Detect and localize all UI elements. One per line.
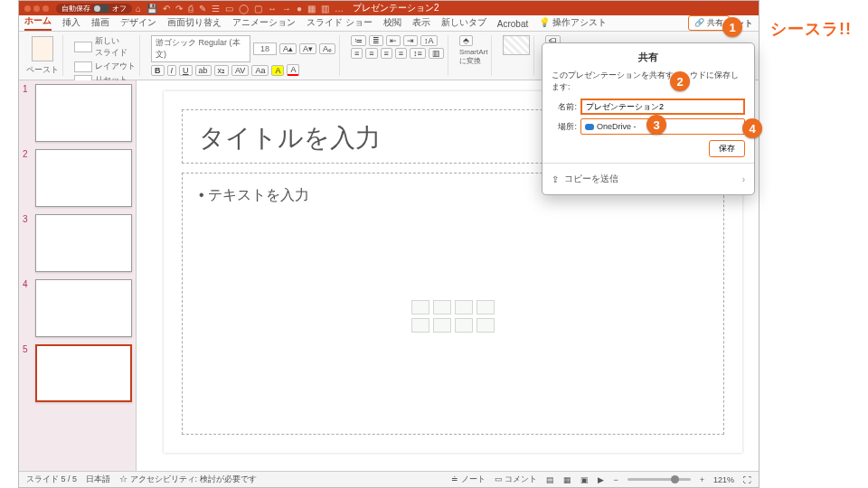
- share-message: このプレゼンテーションを共有す ウドに保存します:: [552, 70, 745, 93]
- thumbnail[interactable]: 2: [23, 149, 132, 207]
- zoom-slider[interactable]: [627, 478, 691, 481]
- undo-icon: ↶: [163, 4, 170, 14]
- ribbon-tabs: ホーム 挿入 描画 デザイン 画面切り替え アニメーション スライド ショー 校…: [19, 15, 759, 32]
- align-center-icon[interactable]: ≡: [365, 48, 377, 59]
- chevron-right-icon: ›: [742, 174, 745, 184]
- annotation-2: 2: [670, 71, 690, 91]
- save-button[interactable]: 保存: [709, 140, 745, 157]
- columns-icon[interactable]: ▥: [429, 48, 444, 59]
- home-icon: ⌂: [136, 4, 141, 14]
- smartart-icon[interactable]: ⬘: [459, 35, 473, 46]
- annotation-4: 4: [742, 118, 762, 138]
- new-slide-icon[interactable]: [74, 42, 92, 52]
- line-space-icon[interactable]: ↕≡: [410, 48, 426, 59]
- font-color-icon[interactable]: A: [287, 64, 299, 76]
- tab-view[interactable]: 表示: [412, 14, 430, 31]
- case-icon[interactable]: Aa: [251, 65, 269, 76]
- clear-format-icon[interactable]: Aᵩ: [319, 43, 335, 54]
- notes-button[interactable]: ≐ ノート: [451, 474, 486, 485]
- autosave-state: オフ: [112, 4, 127, 14]
- toggle-off-icon: [93, 5, 109, 13]
- align-right-icon[interactable]: ≡: [381, 48, 392, 59]
- sub-icon[interactable]: x₂: [214, 65, 230, 76]
- justify-icon[interactable]: ≡: [395, 48, 407, 59]
- tab-transitions[interactable]: 画面切り替え: [167, 14, 222, 31]
- insert-smartart-icon: [455, 300, 473, 314]
- decrease-font-icon[interactable]: A▾: [299, 43, 316, 54]
- zoom-out-icon[interactable]: −: [613, 475, 618, 484]
- numbering-icon[interactable]: ≣: [369, 35, 383, 46]
- ribbon-paragraph: ≔ ≣ ⇤ ⇥ ↕A ≡ ≡ ≡ ≡ ↕≡ ▥: [347, 35, 448, 76]
- print-icon: ⎙: [188, 4, 193, 14]
- paste-icon[interactable]: [32, 36, 53, 61]
- language[interactable]: 日本語: [86, 474, 110, 485]
- bold-icon[interactable]: B: [151, 65, 165, 76]
- tab-tellme[interactable]: 💡 操作アシスト: [539, 14, 607, 31]
- send-copy-button[interactable]: ⇪ コピーを送信 ›: [552, 167, 745, 191]
- location-label: 場所:: [552, 121, 577, 133]
- window-controls[interactable]: [24, 5, 49, 12]
- font-size-dropdown[interactable]: 18: [253, 42, 277, 55]
- highlight-icon[interactable]: A: [271, 65, 284, 76]
- insert-video-icon: [455, 318, 473, 333]
- indent-dec-icon[interactable]: ⇤: [386, 35, 401, 46]
- ribbon-font: 游ゴシック Regular (本文) 18 A▴ A▾ Aᵩ B I U ab …: [147, 35, 340, 76]
- autosave-label: 自動保存: [61, 4, 90, 14]
- quick-access-toolbar[interactable]: ⌂💾↶↷ ⎙✎☰▭◯▢↔→ ●▦▥…: [136, 4, 344, 14]
- slideshow-view-icon[interactable]: ▶: [598, 475, 604, 484]
- strike-icon[interactable]: ab: [195, 65, 212, 76]
- bullets-icon[interactable]: ≔: [351, 35, 366, 46]
- reading-view-icon[interactable]: ▣: [580, 475, 589, 484]
- font-name-dropdown[interactable]: 游ゴシック Regular (本文): [151, 35, 250, 62]
- zoom-level[interactable]: 121%: [713, 475, 734, 484]
- insert-3d-icon: [476, 300, 495, 314]
- zoom-in-icon[interactable]: +: [700, 475, 704, 484]
- ribbon-drawing: [499, 35, 534, 76]
- ribbon-slides: 新しい スライド レイアウト リセット セクション: [71, 35, 140, 76]
- insert-icon-icon: [476, 318, 495, 333]
- titlebar: 自動保存 オフ ⌂💾↶↷ ⎙✎☰▭◯▢↔→ ●▦▥… プレゼンテーション2: [19, 1, 759, 15]
- redo-icon: ↷: [175, 4, 183, 14]
- new-slide-label: 新しい スライド: [95, 35, 127, 59]
- picture-icon[interactable]: [503, 35, 530, 55]
- thumbnail-selected[interactable]: 5: [23, 344, 132, 402]
- annotation-3: 3: [646, 115, 666, 135]
- tab-newtab[interactable]: 新しいタブ: [441, 14, 486, 31]
- body-placeholder[interactable]: • テキストを入力: [182, 173, 724, 435]
- onedrive-icon: [585, 124, 594, 130]
- layout-icon[interactable]: [74, 61, 92, 72]
- increase-font-icon[interactable]: A▴: [279, 43, 297, 54]
- tab-animations[interactable]: アニメーション: [232, 14, 296, 31]
- slide-thumbnails: 1 2 3 4 5: [19, 80, 137, 471]
- tab-home[interactable]: ホーム: [24, 13, 52, 31]
- normal-view-icon[interactable]: ▤: [546, 475, 554, 484]
- comments-button[interactable]: ▭ コメント: [495, 474, 538, 485]
- thumbnail[interactable]: 1: [23, 84, 132, 142]
- sorter-view-icon[interactable]: ▦: [563, 475, 571, 484]
- name-field[interactable]: [580, 99, 745, 115]
- spacing-icon[interactable]: AV: [231, 65, 249, 76]
- indent-inc-icon[interactable]: ⇥: [403, 35, 418, 46]
- thumbnail[interactable]: 4: [23, 279, 132, 337]
- underline-icon[interactable]: U: [179, 65, 193, 76]
- italic-icon[interactable]: I: [167, 65, 177, 76]
- insert-table-icon: [411, 300, 429, 314]
- save-icon: 💾: [146, 4, 157, 14]
- tab-draw[interactable]: 描画: [91, 14, 109, 31]
- content-placeholder-icons[interactable]: [411, 300, 495, 333]
- ribbon-clipboard: ペースト: [23, 35, 63, 76]
- tab-insert[interactable]: 挿入: [62, 14, 80, 31]
- tab-review[interactable]: 校閲: [383, 14, 401, 31]
- align-left-icon[interactable]: ≡: [351, 48, 363, 59]
- tab-acrobat[interactable]: Acrobat: [497, 17, 528, 31]
- ribbon-smartart: ⬘ SmartArt に変換: [456, 35, 493, 76]
- status-bar: スライド 5 / 5 日本語 ☆ アクセシビリティ: 検討が必要です ≐ ノート…: [19, 471, 759, 487]
- thumbnail[interactable]: 3: [23, 214, 132, 272]
- autosave-toggle[interactable]: 自動保存 オフ: [56, 4, 132, 14]
- accessibility-status[interactable]: ☆ アクセシビリティ: 検討が必要です: [119, 474, 257, 485]
- text-direction-icon[interactable]: ↕A: [420, 35, 438, 46]
- tab-design[interactable]: デザイン: [120, 14, 156, 31]
- fit-to-window-icon[interactable]: ⛶: [743, 475, 751, 484]
- tab-slideshow[interactable]: スライド ショー: [307, 14, 373, 31]
- insert-online-picture-icon: [433, 318, 451, 333]
